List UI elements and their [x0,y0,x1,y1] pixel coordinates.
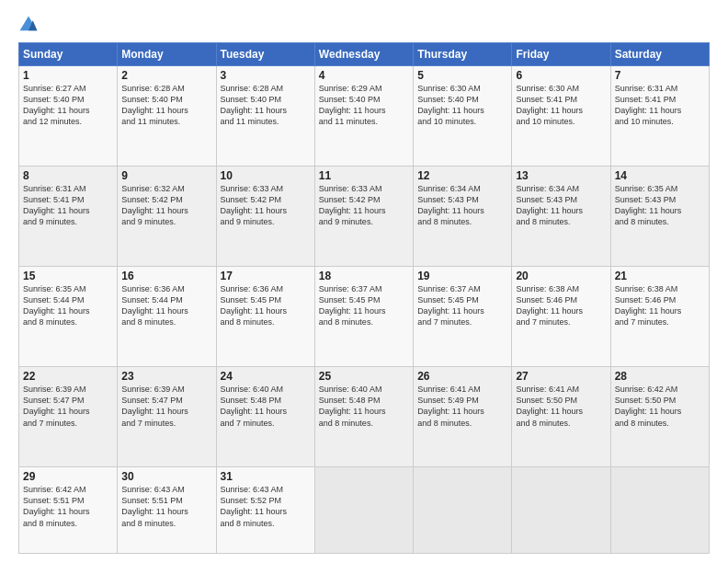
calendar-cell: 7Sunrise: 6:31 AMSunset: 5:41 PMDaylight… [610,66,709,167]
calendar-cell: 1Sunrise: 6:27 AMSunset: 5:40 PMDaylight… [19,66,118,167]
day-number: 16 [121,270,211,282]
day-number: 7 [615,69,705,82]
calendar-cell: 9Sunrise: 6:32 AMSunset: 5:42 PMDaylight… [118,167,216,267]
cell-info: Sunrise: 6:27 AMSunset: 5:40 PMDaylight:… [23,83,113,128]
cell-info: Sunrise: 6:36 AMSunset: 5:44 PMDaylight:… [121,283,211,328]
weekday-header-sunday: Sunday [19,43,118,66]
calendar-cell: 10Sunrise: 6:33 AMSunset: 5:42 PMDayligh… [216,167,314,267]
cell-info: Sunrise: 6:42 AMSunset: 5:50 PMDaylight:… [615,384,705,429]
calendar-cell: 22Sunrise: 6:39 AMSunset: 5:47 PMDayligh… [19,367,118,467]
cell-info: Sunrise: 6:28 AMSunset: 5:40 PMDaylight:… [221,83,311,128]
weekday-header-monday: Monday [118,43,216,66]
day-number: 23 [121,370,211,383]
cell-info: Sunrise: 6:41 AMSunset: 5:50 PMDaylight:… [516,384,606,429]
day-number: 5 [417,69,507,82]
calendar-cell: 21Sunrise: 6:38 AMSunset: 5:46 PMDayligh… [610,267,709,367]
logo-icon [18,15,39,35]
day-number: 10 [221,169,311,182]
calendar-cell [512,467,610,554]
day-number: 3 [221,69,311,82]
cell-info: Sunrise: 6:35 AMSunset: 5:44 PMDaylight:… [23,283,113,328]
cell-info: Sunrise: 6:34 AMSunset: 5:43 PMDaylight:… [516,183,606,228]
calendar-cell: 15Sunrise: 6:35 AMSunset: 5:44 PMDayligh… [19,267,118,367]
cell-info: Sunrise: 6:36 AMSunset: 5:45 PMDaylight:… [221,283,311,328]
calendar-cell: 26Sunrise: 6:41 AMSunset: 5:49 PMDayligh… [414,367,512,467]
day-number: 12 [417,169,507,182]
calendar-cell: 13Sunrise: 6:34 AMSunset: 5:43 PMDayligh… [512,167,610,267]
weekday-header-tuesday: Tuesday [216,43,314,66]
calendar-cell: 11Sunrise: 6:33 AMSunset: 5:42 PMDayligh… [314,167,413,267]
calendar-cell: 3Sunrise: 6:28 AMSunset: 5:40 PMDaylight… [216,66,314,167]
cell-info: Sunrise: 6:33 AMSunset: 5:42 PMDaylight:… [221,183,311,228]
cell-info: Sunrise: 6:39 AMSunset: 5:47 PMDaylight:… [121,384,211,429]
cell-info: Sunrise: 6:35 AMSunset: 5:43 PMDaylight:… [615,183,705,228]
cell-info: Sunrise: 6:29 AMSunset: 5:40 PMDaylight:… [319,83,409,128]
calendar-cell: 24Sunrise: 6:40 AMSunset: 5:48 PMDayligh… [216,367,314,467]
calendar-cell: 2Sunrise: 6:28 AMSunset: 5:40 PMDaylight… [118,66,216,167]
day-number: 21 [615,270,705,282]
calendar-cell [414,467,512,554]
calendar-cell: 28Sunrise: 6:42 AMSunset: 5:50 PMDayligh… [610,367,709,467]
calendar-cell: 29Sunrise: 6:42 AMSunset: 5:51 PMDayligh… [19,467,118,554]
weekday-header-friday: Friday [512,43,610,66]
cell-info: Sunrise: 6:30 AMSunset: 5:40 PMDaylight:… [417,83,507,128]
calendar-cell: 8Sunrise: 6:31 AMSunset: 5:41 PMDaylight… [19,167,118,267]
day-number: 24 [221,370,311,383]
calendar-cell: 30Sunrise: 6:43 AMSunset: 5:51 PMDayligh… [118,467,216,554]
cell-info: Sunrise: 6:37 AMSunset: 5:45 PMDaylight:… [319,283,409,328]
weekday-header-wednesday: Wednesday [314,43,413,66]
day-number: 13 [516,169,606,182]
cell-info: Sunrise: 6:43 AMSunset: 5:51 PMDaylight:… [121,484,211,529]
weekday-header-saturday: Saturday [610,43,709,66]
calendar-cell: 17Sunrise: 6:36 AMSunset: 5:45 PMDayligh… [216,267,314,367]
calendar-cell: 16Sunrise: 6:36 AMSunset: 5:44 PMDayligh… [118,267,216,367]
cell-info: Sunrise: 6:38 AMSunset: 5:46 PMDaylight:… [615,283,705,328]
logo [18,15,42,35]
calendar-cell: 4Sunrise: 6:29 AMSunset: 5:40 PMDaylight… [314,66,413,167]
day-number: 8 [23,169,113,182]
calendar-table: SundayMondayTuesdayWednesdayThursdayFrid… [18,42,710,554]
weekday-header-thursday: Thursday [414,43,512,66]
day-number: 14 [615,169,705,182]
day-number: 9 [121,169,211,182]
day-number: 17 [221,270,311,282]
day-number: 2 [121,69,211,82]
day-number: 4 [319,69,409,82]
cell-info: Sunrise: 6:42 AMSunset: 5:51 PMDaylight:… [23,484,113,529]
calendar-cell: 23Sunrise: 6:39 AMSunset: 5:47 PMDayligh… [118,367,216,467]
cell-info: Sunrise: 6:33 AMSunset: 5:42 PMDaylight:… [319,183,409,228]
calendar-cell: 12Sunrise: 6:34 AMSunset: 5:43 PMDayligh… [414,167,512,267]
cell-info: Sunrise: 6:31 AMSunset: 5:41 PMDaylight:… [23,183,113,228]
header [18,15,710,35]
day-number: 29 [23,470,113,483]
cell-info: Sunrise: 6:37 AMSunset: 5:45 PMDaylight:… [417,283,507,328]
day-number: 1 [23,69,113,82]
calendar-cell: 31Sunrise: 6:43 AMSunset: 5:52 PMDayligh… [216,467,314,554]
page: SundayMondayTuesdayWednesdayThursdayFrid… [0,0,728,563]
calendar-cell: 25Sunrise: 6:40 AMSunset: 5:48 PMDayligh… [314,367,413,467]
day-number: 27 [516,370,606,383]
day-number: 20 [516,270,606,282]
calendar-cell [314,467,413,554]
cell-info: Sunrise: 6:32 AMSunset: 5:42 PMDaylight:… [121,183,211,228]
day-number: 25 [319,370,409,383]
day-number: 26 [417,370,507,383]
cell-info: Sunrise: 6:34 AMSunset: 5:43 PMDaylight:… [417,183,507,228]
day-number: 28 [615,370,705,383]
day-number: 11 [319,169,409,182]
calendar-cell: 27Sunrise: 6:41 AMSunset: 5:50 PMDayligh… [512,367,610,467]
calendar-cell: 18Sunrise: 6:37 AMSunset: 5:45 PMDayligh… [314,267,413,367]
calendar-cell: 14Sunrise: 6:35 AMSunset: 5:43 PMDayligh… [610,167,709,267]
calendar-cell [610,467,709,554]
calendar-cell: 19Sunrise: 6:37 AMSunset: 5:45 PMDayligh… [414,267,512,367]
cell-info: Sunrise: 6:39 AMSunset: 5:47 PMDaylight:… [23,384,113,429]
calendar-cell: 6Sunrise: 6:30 AMSunset: 5:41 PMDaylight… [512,66,610,167]
cell-info: Sunrise: 6:30 AMSunset: 5:41 PMDaylight:… [516,83,606,128]
day-number: 31 [221,470,311,483]
cell-info: Sunrise: 6:41 AMSunset: 5:49 PMDaylight:… [417,384,507,429]
cell-info: Sunrise: 6:40 AMSunset: 5:48 PMDaylight:… [319,384,409,429]
day-number: 22 [23,370,113,383]
cell-info: Sunrise: 6:38 AMSunset: 5:46 PMDaylight:… [516,283,606,328]
day-number: 15 [23,270,113,282]
cell-info: Sunrise: 6:28 AMSunset: 5:40 PMDaylight:… [121,83,211,128]
